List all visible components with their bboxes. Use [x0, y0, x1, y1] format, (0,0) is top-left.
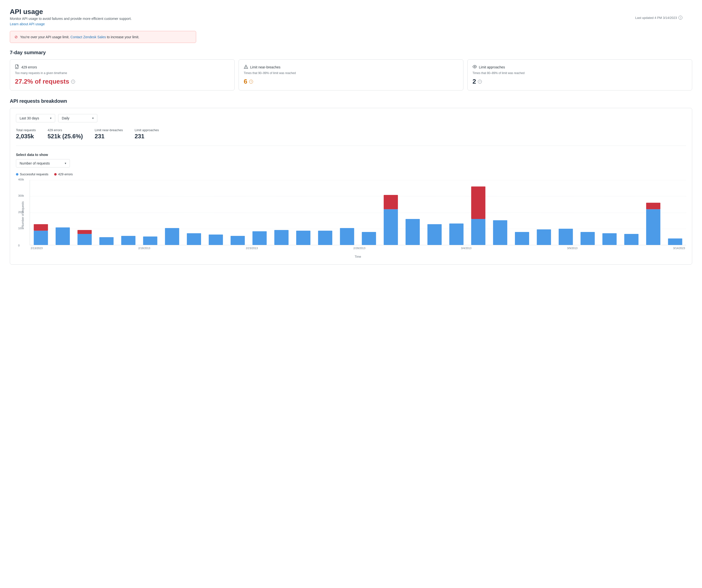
x-label-3: 2/23/2013 [246, 247, 258, 250]
card-approaches-subtitle: Times that 80–89% of limit was reached [472, 71, 687, 75]
legend-429-dot [54, 173, 56, 175]
x-label-6: 3/9/2013 [567, 247, 577, 250]
svg-rect-12 [209, 235, 223, 245]
svg-rect-27 [493, 220, 507, 245]
time-filter-dropdown[interactable]: Last 30 days ▾ [16, 114, 55, 122]
svg-rect-18 [340, 228, 354, 245]
granularity-filter-value: Daily [62, 116, 70, 120]
x-label-2: 2/18/2013 [138, 247, 150, 250]
granularity-filter-dropdown[interactable]: Daily ▾ [58, 114, 97, 122]
legend-successful-label: Successful requests [20, 172, 48, 176]
legend-successful-dot [16, 173, 18, 175]
breakdown-title: API requests breakdown [10, 98, 692, 104]
svg-rect-4 [56, 227, 70, 245]
card-429-title: 429 errors [21, 65, 37, 69]
granularity-filter-chevron-icon: ▾ [92, 116, 94, 120]
svg-rect-20 [384, 209, 398, 245]
breakdown-section: Last 30 days ▾ Daily ▾ Total requests 2,… [10, 108, 692, 264]
summary-title: 7-day summary [10, 50, 692, 55]
time-filter-chevron-icon: ▾ [50, 116, 51, 120]
svg-rect-10 [165, 228, 179, 245]
svg-rect-16 [296, 231, 311, 245]
chart-container: Number of requests 400k 300k 200k [16, 180, 686, 258]
select-data-chevron-icon: ▾ [65, 161, 66, 165]
card-429-info-icon[interactable]: i [71, 80, 75, 84]
metric-near-breaches: Limit near-breaches 231 [95, 128, 123, 140]
triangle-warning-icon [244, 65, 248, 70]
svg-rect-7 [99, 237, 114, 245]
y-axis-title: Number of requests [21, 201, 24, 227]
svg-rect-31 [581, 232, 595, 245]
filters: Last 30 days ▾ Daily ▾ [16, 114, 686, 122]
metric-approaches-label: Limit approaches [135, 128, 159, 132]
svg-point-1 [474, 66, 475, 68]
metric-total-requests-value: 2,035k [16, 133, 36, 140]
svg-rect-34 [646, 209, 660, 245]
summary-card-429-errors: 429 errors Too many requests in a given … [10, 60, 235, 91]
metric-total-requests: Total requests 2,035k [16, 128, 36, 140]
svg-rect-30 [559, 229, 573, 245]
svg-rect-9 [143, 237, 157, 245]
svg-rect-33 [624, 234, 638, 245]
svg-rect-28 [515, 232, 529, 245]
metric-approaches: Limit approaches 231 [135, 128, 159, 140]
alert-icon: ⊘ [14, 34, 18, 39]
select-data-label: Select data to show [16, 153, 686, 157]
card-near-breaches-subtitle: Times that 90–99% of limit was reached [244, 71, 458, 75]
svg-rect-21 [384, 195, 398, 209]
metric-429-errors-value: 521k (25.6%) [47, 133, 83, 140]
card-approaches-value: 2 [472, 78, 476, 85]
file-x-icon [15, 65, 19, 70]
legend-successful: Successful requests [16, 172, 48, 176]
svg-rect-11 [187, 233, 201, 245]
x-label-7: 3/14/2023 [673, 247, 685, 250]
page-title: API usage [10, 8, 692, 16]
legend: Successful requests 429 errors [16, 172, 686, 176]
svg-rect-5 [78, 234, 92, 245]
summary-card-near-breaches: Limit near-breaches Times that 90–99% of… [239, 60, 463, 91]
x-label-5: 3/4/2013 [461, 247, 472, 250]
alert-banner: ⊘ You're over your API usage limit. Cont… [10, 31, 196, 43]
legend-429-errors: 429 errors [54, 172, 73, 176]
metric-approaches-value: 231 [135, 133, 159, 140]
summary-cards: 429 errors Too many requests in a given … [10, 60, 692, 91]
svg-rect-6 [78, 230, 92, 234]
contact-sales-link[interactable]: Contact Zendesk Sales [71, 35, 106, 39]
x-axis-title: Time [30, 255, 686, 258]
x-label-4: 2/28/2013 [353, 247, 365, 250]
svg-rect-3 [34, 224, 48, 231]
page-header: API usage Monitor API usage to avoid fai… [10, 8, 692, 26]
svg-rect-24 [449, 224, 463, 245]
svg-rect-2 [34, 231, 48, 245]
svg-rect-25 [471, 219, 485, 245]
learn-link[interactable]: Learn about API usage [10, 22, 44, 26]
svg-rect-36 [668, 239, 682, 245]
metrics-row: Total requests 2,035k 429 errors 521k (2… [16, 128, 686, 146]
select-data-value: Number of requests [20, 161, 50, 165]
svg-rect-8 [121, 236, 135, 245]
metric-near-breaches-label: Limit near-breaches [95, 128, 123, 132]
page-subtitle: Monitor API usage to avoid failures and … [10, 17, 692, 21]
card-near-breaches-info-icon[interactable]: i [249, 80, 253, 84]
svg-rect-14 [253, 231, 267, 245]
last-updated-text: Last updated 4 PM 3/14/2023 [635, 16, 677, 20]
svg-rect-13 [230, 236, 245, 245]
legend-429-label: 429 errors [58, 172, 73, 176]
metric-429-errors: 429 errors 521k (25.6%) [47, 128, 83, 140]
card-approaches-info-icon[interactable]: i [478, 80, 482, 84]
card-near-breaches-value: 6 [244, 78, 247, 85]
last-updated-info-icon[interactable]: i [679, 16, 682, 20]
svg-rect-22 [405, 219, 420, 245]
svg-rect-15 [274, 230, 288, 245]
eye-icon [472, 65, 477, 70]
summary-card-approaches: Limit approaches Times that 80–89% of li… [467, 60, 692, 91]
svg-rect-35 [646, 203, 660, 209]
select-data-dropdown[interactable]: Number of requests ▾ [16, 159, 70, 167]
svg-rect-19 [362, 232, 376, 245]
svg-rect-23 [427, 224, 442, 245]
svg-rect-17 [318, 231, 332, 245]
svg-rect-0 [15, 65, 18, 69]
alert-text: You're over your API usage limit. Contac… [20, 35, 139, 39]
card-429-value: 27.2% of requests [15, 78, 69, 85]
last-updated: Last updated 4 PM 3/14/2023 i [635, 16, 682, 20]
